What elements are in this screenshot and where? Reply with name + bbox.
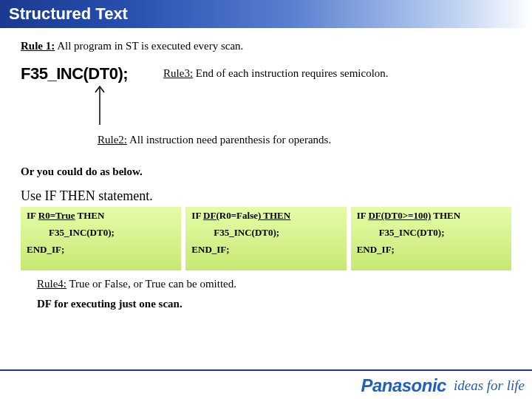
footer-divider xyxy=(0,369,532,371)
slide-content: Rule 1: All program in ST is executed ev… xyxy=(0,28,532,310)
box2-line2: F35_INC(DT0); xyxy=(214,228,341,237)
box1-line1: IF R0=True THEN xyxy=(27,211,177,220)
instruction-row: F35_INC(DT0); Rule3: End of each instruc… xyxy=(21,64,511,131)
instruction-code: F35_INC(DT0); xyxy=(21,64,128,131)
slide-title: Structured Text xyxy=(9,4,128,23)
rule3-label: Rule3: xyxy=(163,67,193,79)
code-box-1: IF R0=True THEN F35_INC(DT0); END_IF; xyxy=(21,207,181,270)
rule1-label: Rule 1: xyxy=(21,40,55,52)
box3-line3: END_IF; xyxy=(357,245,507,254)
code-box-3: IF DF(DT0>=100) THEN F35_INC(DT0); END_I… xyxy=(351,207,511,270)
rule1-text: All program in ST is executed every scan… xyxy=(57,40,243,52)
use-if-heading: Use IF THEN statement. xyxy=(21,188,511,204)
rule3-text: End of each instruction requires semicol… xyxy=(196,67,389,79)
rule2: Rule2: All instruction need parenthesis … xyxy=(98,134,511,146)
rule3: Rule3: End of each instruction requires … xyxy=(163,67,389,80)
code-box-2: IF DF(R0=False) THEN F35_INC(DT0); END_I… xyxy=(185,207,346,270)
rule4-label: Rule4: xyxy=(37,278,66,290)
box1-line3: END_IF; xyxy=(27,245,177,254)
code-boxes: IF R0=True THEN F35_INC(DT0); END_IF; IF… xyxy=(21,207,511,270)
rule2-label: Rule2: xyxy=(98,134,127,146)
rule2-text: All instruction need parenthesis for ope… xyxy=(129,134,331,146)
box3-line2: F35_INC(DT0); xyxy=(379,228,507,237)
df-note: DF for executing just one scan. xyxy=(37,298,511,310)
slide-title-bar: Structured Text xyxy=(0,0,532,28)
or-line: Or you could do as below. xyxy=(21,166,511,178)
rule4-text: True or False, or True can be omitted. xyxy=(69,278,236,290)
rule1: Rule 1: All program in ST is executed ev… xyxy=(21,40,511,52)
rule4: Rule4: True or False, or True can be omi… xyxy=(37,278,511,290)
box2-line1: IF DF(R0=False) THEN xyxy=(191,211,341,220)
brand-logo: Panasonic xyxy=(361,375,446,396)
brand-tagline: ideas for life xyxy=(454,378,525,394)
box3-line1: IF DF(DT0>=100) THEN xyxy=(357,211,507,220)
footer-logo: Panasonic ideas for life xyxy=(361,375,525,396)
box1-line2: F35_INC(DT0); xyxy=(49,228,177,237)
arrow-up-icon xyxy=(93,83,106,126)
box2-line3: END_IF; xyxy=(191,245,341,254)
instruction-code-text: F35_INC(DT0); xyxy=(21,64,128,83)
